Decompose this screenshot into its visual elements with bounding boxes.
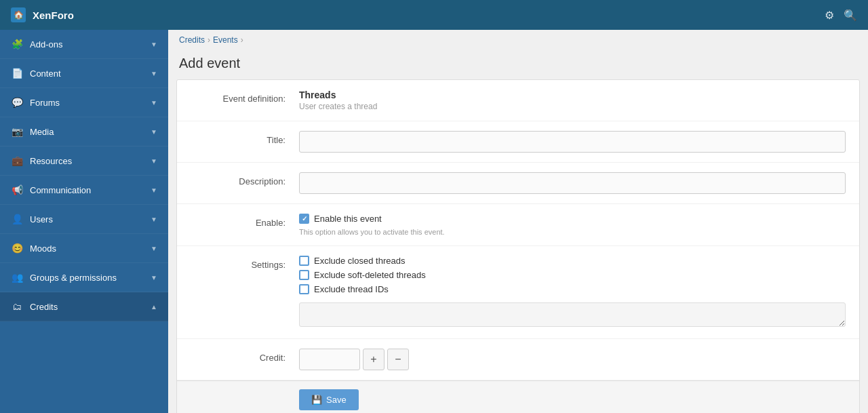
navbar-right: ⚙ 🔍 bbox=[825, 9, 857, 22]
sidebar-item-left: 📷 Media bbox=[11, 125, 54, 138]
exclude-thread-ids-checkbox[interactable] bbox=[299, 284, 309, 294]
sidebar-label-groups-permissions: Groups & permissions bbox=[30, 273, 117, 283]
sidebar-chevron-forums: ▼ bbox=[151, 99, 157, 106]
breadcrumb-credits[interactable]: Credits bbox=[179, 35, 205, 45]
sidebar-icon-media: 📷 bbox=[11, 125, 23, 138]
sidebar-item-left: 💬 Forums bbox=[11, 96, 60, 109]
search-icon[interactable]: 🔍 bbox=[844, 9, 857, 22]
navbar: 🏠 XenForo ⚙ 🔍 bbox=[0, 0, 868, 30]
sidebar-item-credits[interactable]: 🗂 Credits ▲ bbox=[0, 292, 168, 321]
sidebar-chevron-content: ▼ bbox=[151, 70, 157, 77]
credit-control: + − bbox=[299, 349, 846, 370]
event-definition-desc: User creates a thread bbox=[299, 102, 846, 111]
exclude-closed-checkbox[interactable] bbox=[299, 256, 309, 266]
sidebar-chevron-credits: ▲ bbox=[151, 303, 157, 311]
sidebar-item-media[interactable]: 📷 Media ▼ bbox=[0, 117, 168, 146]
save-icon: 💾 bbox=[311, 395, 322, 405]
enable-control: Enable this event This option allows you… bbox=[299, 214, 846, 236]
main-layout: 🧩 Add-ons ▼ 📄 Content ▼ 💬 Forums ▼ 📷 Med… bbox=[0, 30, 868, 413]
enable-help-text: This option allows you to activate this … bbox=[299, 228, 846, 236]
sidebar-label-credits: Credits bbox=[30, 302, 58, 312]
title-row: Title: bbox=[177, 121, 859, 163]
credit-number-input[interactable] bbox=[299, 349, 360, 370]
description-control bbox=[299, 172, 846, 194]
exclude-soft-deleted-checkbox[interactable] bbox=[299, 270, 309, 280]
enable-checkbox[interactable] bbox=[299, 214, 309, 224]
sidebar-item-left: 🧩 Add-ons bbox=[11, 38, 62, 50]
sidebar-icon-communication: 📢 bbox=[11, 184, 23, 196]
description-input[interactable] bbox=[299, 172, 846, 194]
page-title: Add event bbox=[179, 56, 857, 71]
sidebar-label-users: Users bbox=[30, 214, 53, 224]
sidebar-label-resources: Resources bbox=[30, 156, 72, 166]
enable-label: Enable: bbox=[191, 214, 299, 228]
save-button[interactable]: 💾 Save bbox=[299, 389, 359, 410]
sidebar: 🧩 Add-ons ▼ 📄 Content ▼ 💬 Forums ▼ 📷 Med… bbox=[0, 30, 168, 413]
form-panel: Event definition: Threads User creates a… bbox=[176, 79, 860, 413]
credit-label: Credit: bbox=[191, 349, 299, 363]
event-definition-row: Event definition: Threads User creates a… bbox=[177, 80, 859, 121]
save-label: Save bbox=[326, 395, 347, 405]
sidebar-chevron-communication: ▼ bbox=[151, 186, 157, 194]
content-area: Credits › Events › Add event Event defin… bbox=[168, 30, 868, 413]
sidebar-label-add-ons: Add-ons bbox=[30, 39, 62, 50]
sidebar-item-add-ons[interactable]: 🧩 Add-ons ▼ bbox=[0, 30, 168, 59]
enable-row: Enable: Enable this event This option al… bbox=[177, 204, 859, 246]
sidebar-chevron-add-ons: ▼ bbox=[151, 41, 157, 48]
credit-row-inner: + − bbox=[299, 349, 846, 370]
enable-checkbox-item: Enable this event bbox=[299, 214, 846, 224]
breadcrumb: Credits › Events › bbox=[168, 30, 868, 50]
sidebar-item-left: 😊 Moods bbox=[11, 242, 56, 254]
sidebar-item-users[interactable]: 👤 Users ▼ bbox=[0, 205, 168, 234]
sidebar-item-forums[interactable]: 💬 Forums ▼ bbox=[0, 88, 168, 117]
sidebar-item-left: 📄 Content bbox=[11, 67, 61, 79]
exclude-soft-deleted-label[interactable]: Exclude soft-deleted threads bbox=[314, 270, 426, 280]
credit-add-button[interactable]: + bbox=[363, 349, 384, 370]
exclude-closed-item: Exclude closed threads bbox=[299, 256, 846, 266]
exclude-thread-ids-item: Exclude thread IDs bbox=[299, 284, 846, 294]
breadcrumb-events[interactable]: Events bbox=[213, 35, 238, 45]
sidebar-item-groups-permissions[interactable]: 👥 Groups & permissions ▼ bbox=[0, 263, 168, 292]
sidebar-item-resources[interactable]: 💼 Resources ▼ bbox=[0, 146, 168, 176]
home-icon[interactable]: 🏠 bbox=[11, 7, 26, 22]
sidebar-chevron-users: ▼ bbox=[151, 216, 157, 223]
sidebar-chevron-resources: ▼ bbox=[151, 157, 157, 165]
settings-icon[interactable]: ⚙ bbox=[825, 9, 834, 22]
event-definition-label: Event definition: bbox=[191, 90, 299, 104]
sidebar-item-moods[interactable]: 😊 Moods ▼ bbox=[0, 234, 168, 263]
brand-name: XenForo bbox=[33, 9, 74, 21]
sidebar-label-content: Content bbox=[30, 68, 61, 79]
credit-row: Credit: + − bbox=[177, 339, 859, 380]
sidebar-item-left: 👤 Users bbox=[11, 213, 53, 225]
description-row: Description: bbox=[177, 163, 859, 204]
sidebar-label-media: Media bbox=[30, 127, 54, 137]
sidebar-label-forums: Forums bbox=[30, 98, 60, 108]
sidebar-item-left: 💼 Resources bbox=[11, 155, 72, 167]
sidebar-item-left: 📢 Communication bbox=[11, 184, 91, 196]
title-input[interactable] bbox=[299, 131, 846, 153]
title-label: Title: bbox=[191, 131, 299, 145]
sidebar-item-content[interactable]: 📄 Content ▼ bbox=[0, 59, 168, 88]
sidebar-icon-users: 👤 bbox=[11, 213, 23, 225]
sidebar-label-moods: Moods bbox=[30, 243, 56, 254]
form-actions: 💾 Save bbox=[177, 380, 859, 413]
enable-checkbox-label[interactable]: Enable this event bbox=[314, 214, 382, 224]
sidebar-icon-resources: 💼 bbox=[11, 155, 23, 167]
exclude-soft-deleted-item: Exclude soft-deleted threads bbox=[299, 270, 846, 280]
sidebar-item-left: 🗂 Credits bbox=[11, 300, 58, 313]
sidebar-icon-forums: 💬 bbox=[11, 96, 23, 109]
event-definition-control: Threads User creates a thread bbox=[299, 90, 846, 111]
thread-ids-textarea[interactable] bbox=[299, 302, 846, 327]
exclude-closed-label[interactable]: Exclude closed threads bbox=[314, 256, 405, 266]
sidebar-icon-moods: 😊 bbox=[11, 242, 23, 254]
breadcrumb-sep-1: › bbox=[208, 35, 210, 45]
navbar-brand[interactable]: 🏠 XenForo bbox=[11, 7, 74, 22]
sidebar-chevron-media: ▼ bbox=[151, 128, 157, 136]
event-definition-value: Threads bbox=[299, 90, 846, 100]
exclude-thread-ids-label[interactable]: Exclude thread IDs bbox=[314, 284, 389, 294]
title-control bbox=[299, 131, 846, 153]
sidebar-item-communication[interactable]: 📢 Communication ▼ bbox=[0, 176, 168, 205]
sidebar-chevron-moods: ▼ bbox=[151, 245, 157, 252]
credit-remove-button[interactable]: − bbox=[387, 349, 409, 370]
sidebar-label-communication: Communication bbox=[30, 185, 91, 195]
